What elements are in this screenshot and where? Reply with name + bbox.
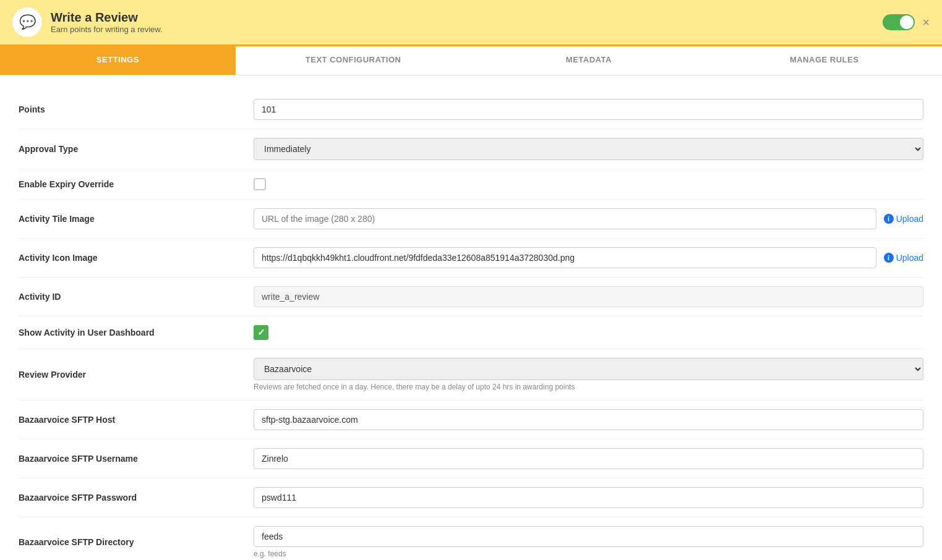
activity-id-label: Activity ID — [19, 292, 254, 302]
sftp-password-input[interactable] — [254, 487, 923, 508]
icon-image-upload-link[interactable]: i Upload — [884, 253, 923, 263]
tab-metadata[interactable]: METADATA — [471, 46, 707, 75]
sftp-username-row: Bazaarvoice SFTP Username — [19, 439, 923, 478]
settings-content: Points Approval Type Immediately Manual … — [0, 75, 942, 560]
header-text: Write a Review Earn points for writing a… — [51, 11, 163, 34]
page-title: Write a Review — [51, 11, 163, 25]
activity-id-row: Activity ID write_a_review — [19, 278, 923, 316]
approval-type-field: Immediately Manual Auto — [254, 138, 923, 160]
show-activity-label: Show Activity in User Dashboard — [19, 328, 254, 337]
review-provider-label: Review Provider — [19, 370, 254, 380]
activity-icon-image-row: Activity Icon Image i Upload — [19, 239, 923, 278]
points-row: Points — [19, 90, 923, 129]
sftp-password-field — [254, 487, 923, 508]
show-activity-field — [254, 325, 923, 340]
sftp-directory-input[interactable] — [254, 526, 923, 547]
tile-upload-label: Upload — [896, 214, 923, 224]
tile-image-upload-row: i Upload — [254, 208, 923, 229]
activity-tile-image-input[interactable] — [254, 208, 876, 229]
approval-type-row: Approval Type Immediately Manual Auto — [19, 129, 923, 169]
activity-id-field: write_a_review — [254, 286, 923, 307]
points-field — [254, 99, 923, 120]
sftp-host-label: Bazaarvoice SFTP Host — [19, 415, 254, 425]
sftp-host-input[interactable] — [254, 409, 923, 430]
tab-text-configuration[interactable]: TEXT CONFIGURATION — [236, 46, 471, 75]
sftp-username-label: Bazaarvoice SFTP Username — [19, 454, 254, 464]
activity-icon-image-label: Activity Icon Image — [19, 253, 254, 263]
show-activity-row: Show Activity in User Dashboard — [19, 316, 923, 349]
sftp-directory-hint: e.g. feeds — [254, 549, 923, 558]
header-right: × — [883, 14, 930, 30]
show-activity-checkbox[interactable] — [254, 325, 268, 340]
header-left: 💬 Write a Review Earn points for writing… — [12, 7, 163, 37]
enable-expiry-field — [254, 178, 923, 190]
activity-tile-image-label: Activity Tile Image — [19, 214, 254, 224]
approval-type-label: Approval Type — [19, 144, 254, 154]
close-button[interactable]: × — [922, 15, 930, 30]
tile-image-upload-link[interactable]: i Upload — [884, 214, 923, 224]
points-input[interactable] — [254, 99, 923, 120]
review-provider-select[interactable]: Bazaarvoice Yotpo Trustpilot — [254, 358, 923, 380]
enable-expiry-checkbox[interactable] — [254, 178, 266, 190]
review-provider-row: Review Provider Bazaarvoice Yotpo Trustp… — [19, 349, 923, 401]
activity-tile-image-field: i Upload — [254, 208, 923, 229]
sftp-directory-label: Bazaarvoice SFTP Directory — [19, 537, 254, 547]
sftp-username-field — [254, 448, 923, 469]
sftp-password-row: Bazaarvoice SFTP Password — [19, 478, 923, 517]
activity-icon-image-field: i Upload — [254, 247, 923, 268]
activity-id-readonly: write_a_review — [254, 286, 923, 307]
toggle-knob — [900, 15, 914, 29]
page-header: 💬 Write a Review Earn points for writing… — [0, 0, 942, 46]
tab-settings[interactable]: SETTINGS — [0, 46, 236, 75]
activity-tile-image-row: Activity Tile Image i Upload — [19, 200, 923, 239]
icon-upload-label: Upload — [896, 253, 923, 263]
tab-bar: SETTINGS TEXT CONFIGURATION METADATA MAN… — [0, 46, 942, 75]
review-provider-hint: Reviews are fetched once in a day. Hence… — [254, 383, 923, 391]
approval-type-select[interactable]: Immediately Manual Auto — [254, 138, 923, 160]
sftp-directory-field: e.g. feeds — [254, 526, 923, 558]
upload-icon-2: i — [884, 253, 894, 263]
sftp-host-row: Bazaarvoice SFTP Host — [19, 401, 923, 439]
sftp-password-label: Bazaarvoice SFTP Password — [19, 493, 254, 503]
activity-toggle[interactable] — [883, 14, 915, 30]
sftp-username-input[interactable] — [254, 448, 923, 469]
icon-image-upload-row: i Upload — [254, 247, 923, 268]
page-subtitle: Earn points for writing a review. — [51, 25, 163, 34]
tab-manage-rules[interactable]: MANAGE RULES — [706, 46, 942, 75]
sftp-host-field — [254, 409, 923, 430]
upload-icon: i — [884, 214, 894, 224]
activity-icon: 💬 — [12, 7, 42, 37]
sftp-directory-row: Bazaarvoice SFTP Directory e.g. feeds — [19, 517, 923, 560]
enable-expiry-label: Enable Expiry Override — [19, 179, 254, 189]
enable-expiry-row: Enable Expiry Override — [19, 169, 923, 200]
review-provider-field: Bazaarvoice Yotpo Trustpilot Reviews are… — [254, 358, 923, 391]
activity-icon-image-input[interactable] — [254, 247, 876, 268]
chat-icon: 💬 — [19, 14, 36, 30]
points-label: Points — [19, 104, 254, 114]
